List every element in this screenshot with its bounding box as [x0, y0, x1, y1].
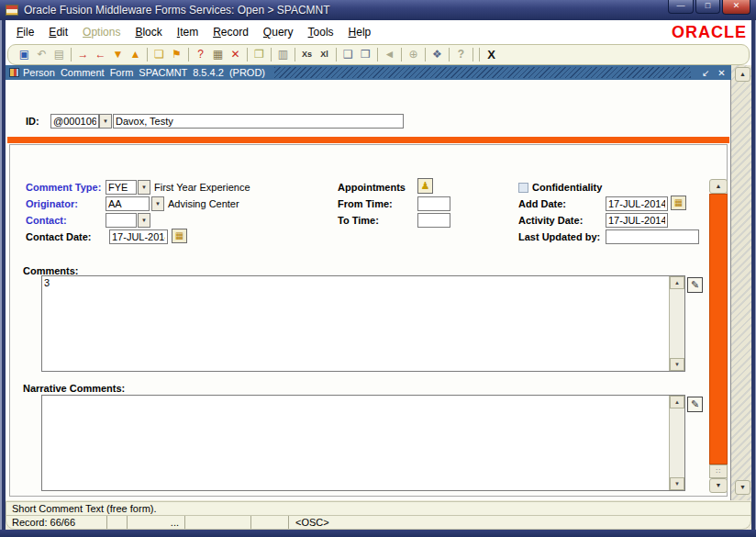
- maximize-button[interactable]: □: [695, 0, 720, 14]
- contact-label: Contact:: [26, 215, 67, 226]
- menu-help[interactable]: Help: [341, 23, 379, 41]
- remove-record-icon[interactable]: ←: [92, 47, 109, 62]
- toolbar-separator: [71, 48, 72, 62]
- toolbar-separator: [479, 48, 480, 62]
- window-border-right: [751, 20, 756, 537]
- id-dropdown-icon[interactable]: ▼: [99, 114, 112, 129]
- memo-icon[interactable]: ❐: [250, 47, 268, 62]
- toolbar-separator: [188, 48, 189, 62]
- from-time-field[interactable]: [417, 196, 450, 211]
- originator-description: Advising Center: [168, 198, 239, 209]
- add-date-calendar-icon[interactable]: ▦: [671, 196, 686, 210]
- narrative-scrollbar[interactable]: ▲ ▼: [669, 396, 684, 490]
- export-excel-selection-icon[interactable]: Xs: [298, 47, 316, 62]
- print-icon[interactable]: ▥: [274, 47, 292, 62]
- crosshair-icon: ⊕: [405, 47, 422, 62]
- toolbar-separator: [295, 48, 295, 62]
- comment-type-dropdown-icon[interactable]: ▼: [138, 180, 150, 195]
- block-scroll-up-icon[interactable]: ▲: [709, 179, 728, 194]
- execute-query-icon[interactable]: ▦: [209, 47, 227, 62]
- canvas-scroll-up-icon[interactable]: ▲: [735, 67, 750, 82]
- contact-field[interactable]: [106, 213, 137, 228]
- exit-icon[interactable]: X: [483, 47, 500, 62]
- insert-record-icon[interactable]: →: [74, 47, 92, 62]
- scroll-down-icon[interactable]: ▼: [670, 358, 684, 371]
- cancel-query-icon[interactable]: ✕: [227, 47, 244, 62]
- toolbar: ▣ ↶ ▤ → ← ▼ ▲ ❏ ⚑ ? ▦ ✕ ❐ ▥ Xs Xl ❑ ❒: [7, 44, 750, 65]
- menu-file[interactable]: File: [9, 23, 41, 41]
- last-updated-by-field[interactable]: [606, 229, 699, 244]
- to-time-field[interactable]: [417, 213, 450, 228]
- status-message: Short Comment Text (free form).: [6, 502, 750, 516]
- previous-record-icon[interactable]: ▲: [127, 47, 144, 62]
- menu-query[interactable]: Query: [256, 23, 301, 41]
- narrative-edit-icon[interactable]: ✎: [687, 397, 703, 412]
- block-scrollbar-grip[interactable]: ∷: [709, 464, 728, 478]
- comments-edit-icon[interactable]: ✎: [687, 277, 703, 293]
- comments-textarea[interactable]: 3 ▲ ▼: [41, 275, 685, 372]
- menu-tools[interactable]: Tools: [301, 23, 341, 41]
- minimize-button[interactable]: —: [668, 0, 694, 14]
- originator-dropdown-icon[interactable]: ▼: [151, 196, 164, 211]
- scroll-down-icon[interactable]: ▼: [670, 477, 684, 490]
- narrative-comments-label: Narrative Comments:: [23, 383, 125, 394]
- save-icon[interactable]: ▣: [16, 47, 33, 62]
- id-field[interactable]: [50, 114, 99, 129]
- toolbar-separator: [247, 48, 248, 62]
- status-cell: [107, 516, 127, 529]
- scroll-up-icon[interactable]: ▲: [670, 276, 684, 289]
- previous-block-icon[interactable]: ❑: [339, 47, 357, 62]
- id-label: ID:: [26, 116, 39, 127]
- window-controls: — □ ✕: [668, 0, 750, 15]
- menu-edit[interactable]: Edit: [41, 23, 75, 41]
- record-count: Record: 66/66: [6, 516, 106, 529]
- orange-separator: [7, 137, 729, 143]
- export-excel-icon[interactable]: Xl: [316, 47, 333, 62]
- name-field[interactable]: [113, 114, 404, 129]
- block-scrollbar-thumb[interactable]: [709, 194, 728, 464]
- contact-date-label: Contact Date:: [26, 231, 92, 242]
- form-close-icon[interactable]: ✕: [716, 68, 728, 78]
- narrative-text[interactable]: [44, 397, 667, 489]
- menu-block[interactable]: Block: [128, 23, 169, 41]
- clear-record-icon[interactable]: ⚑: [168, 47, 185, 62]
- confidentiality-checkbox[interactable]: [518, 183, 528, 193]
- workflow-icon[interactable]: ❖: [428, 47, 446, 62]
- menu-record[interactable]: Record: [206, 23, 256, 41]
- activity-date-field[interactable]: [606, 213, 668, 228]
- comments-scrollbar[interactable]: ▲ ▼: [669, 276, 684, 371]
- application-window: Oracle Fusion Middleware Forms Services:…: [0, 0, 756, 537]
- activity-date-label: Activity Date:: [518, 215, 583, 226]
- canvas-scroll-down-icon[interactable]: ▼: [735, 480, 750, 495]
- next-record-icon[interactable]: ▼: [109, 47, 127, 62]
- toolbar-separator: [401, 48, 402, 62]
- block-scroll-down-icon[interactable]: ▼: [709, 478, 728, 493]
- form-restore-icon[interactable]: ↙: [700, 68, 712, 78]
- status-cell: [251, 516, 288, 529]
- contact-date-calendar-icon[interactable]: ▦: [172, 229, 187, 243]
- close-button[interactable]: ✕: [722, 0, 750, 15]
- confidentiality-label: Confidentiality: [532, 182, 602, 193]
- enter-query-icon[interactable]: ?: [192, 47, 209, 62]
- last-updated-by-label: Last Updated by:: [518, 231, 600, 242]
- from-time-label: From Time:: [338, 198, 393, 209]
- duplicate-record-icon[interactable]: ❏: [150, 47, 168, 62]
- window-titlebar: Oracle Fusion Middleware Forms Services:…: [0, 0, 756, 20]
- add-date-field[interactable]: [606, 196, 668, 211]
- menu-item[interactable]: Item: [170, 23, 206, 41]
- appointments-icon[interactable]: ♟: [417, 178, 433, 194]
- originator-field[interactable]: [106, 196, 150, 211]
- contact-dropdown-icon[interactable]: ▼: [138, 213, 150, 228]
- contact-date-field[interactable]: [109, 229, 168, 244]
- application-icon: [6, 5, 18, 16]
- menu-options: Options: [75, 23, 128, 41]
- narrative-textarea[interactable]: ▲ ▼: [41, 395, 685, 491]
- status-ellipsis: ...: [128, 516, 184, 529]
- status-osc: <OSC>: [289, 516, 750, 529]
- toolbar-separator: [377, 48, 378, 62]
- comments-text[interactable]: 3: [44, 277, 667, 370]
- form-titlebar: Person Comment Form SPACMNT 8.5.4.2 (PRO…: [6, 65, 731, 80]
- comment-type-field[interactable]: [106, 180, 137, 195]
- next-block-icon[interactable]: ❒: [357, 47, 374, 62]
- scroll-up-icon[interactable]: ▲: [670, 396, 684, 408]
